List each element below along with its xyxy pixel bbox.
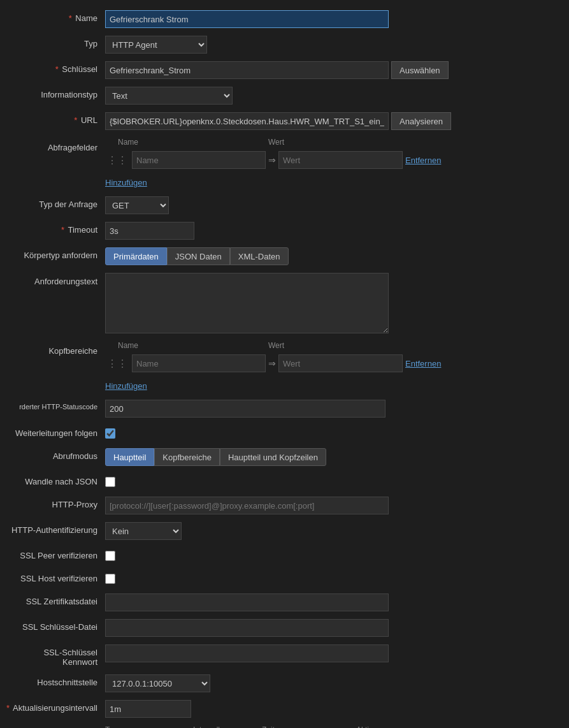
- weiterleitungen-label: Weiterleitungen folgen: [6, 425, 105, 438]
- http-status-content: [105, 400, 563, 418]
- timeout-input[interactable]: [105, 222, 194, 240]
- name-row: * Name: [0, 6, 569, 32]
- aktualisierung-input[interactable]: [105, 700, 191, 718]
- http-status-row: rderter HTTP-Statuscode: [0, 396, 569, 421]
- hostschnittstelle-select[interactable]: 127.0.0.1:10050 0.0.0.0:10050: [105, 674, 210, 692]
- nutzerdefined-label: nutzerdefinierte Intervalle: [6, 725, 105, 728]
- ssl-kennwort-content: [105, 644, 563, 662]
- aktualisierung-content: [105, 700, 563, 718]
- hauptteil-button[interactable]: Hauptteil: [105, 448, 154, 466]
- auth-content: Kein Basic Digest Bearer: [105, 522, 563, 540]
- hostschnittstelle-row: Hostschnittstelle 127.0.0.1:10050 0.0.0.…: [0, 671, 569, 696]
- hauptteil-kopfzeilen-button[interactable]: Hauptteil und Kopfzeilen: [220, 448, 326, 466]
- abrufmodus-buttons: Hauptteil Kopfbereiche Hauptteil und Kop…: [105, 448, 326, 466]
- timeout-content: [105, 222, 563, 240]
- typ-content: HTTP Agent MQTT Modbus: [105, 36, 563, 54]
- proxy-row: HTTP-Proxy: [0, 493, 569, 518]
- ssl-schluessel-content: [105, 619, 563, 637]
- kopf-arrow-icon: ⇒: [268, 358, 276, 368]
- abfragefelder-row: Abfragefelder Name Wert ⋮⋮ ⇒ Entfernen H…: [0, 134, 569, 193]
- kopfbereiche-hinzufuegen-button[interactable]: Hinzufügen: [105, 380, 147, 392]
- kopffeld-name-input[interactable]: [132, 354, 266, 372]
- ssl-zertifikat-row: SSL Zertifikatsdatei: [0, 590, 569, 615]
- kopfbereiche-row: Kopfbereiche Name Wert ⋮⋮ ⇒ Entfernen Hi…: [0, 337, 569, 396]
- schluessel-label: * Schlüssel: [6, 61, 105, 74]
- primaerdaten-button[interactable]: Primärdaten: [105, 247, 167, 265]
- auth-label: HTTP-Authentifizierung: [6, 522, 105, 535]
- abrufmodus-label: Abrufmodus: [6, 448, 105, 461]
- weiterleitungen-row: Weiterleitungen folgen: [0, 421, 569, 444]
- body-type-buttons: Primärdaten JSON Daten XML-Daten: [105, 247, 289, 265]
- xml-daten-button[interactable]: XML-Daten: [230, 247, 289, 265]
- typ-select[interactable]: HTTP Agent MQTT Modbus: [105, 36, 207, 54]
- informationstyp-select[interactable]: Text Number Boolean: [105, 87, 233, 105]
- nutzerdefined-col-headers: Typ Intervall Zeitraum Aktion: [105, 725, 394, 728]
- abfragefeld-value-input[interactable]: [278, 151, 403, 169]
- kopffeld-entfernen-button[interactable]: Entfernen: [405, 358, 441, 370]
- proxy-label: HTTP-Proxy: [6, 497, 105, 509]
- drag-handle-icon[interactable]: ⋮⋮: [105, 154, 129, 166]
- wandle-checkbox[interactable]: [105, 477, 115, 487]
- abfragefelder-content: Name Wert ⋮⋮ ⇒ Entfernen Hinzufügen: [105, 138, 563, 189]
- json-daten-button[interactable]: JSON Daten: [167, 247, 230, 265]
- kopfbereiche-field-row: ⋮⋮ ⇒ Entfernen: [105, 354, 441, 372]
- arrow-icon: ⇒: [268, 155, 276, 165]
- abfragefeld-entfernen-button[interactable]: Entfernen: [405, 154, 441, 166]
- ssl-peer-row: SSL Peer verifizieren: [0, 544, 569, 567]
- ssl-host-label: SSL Host verifizieren: [6, 571, 105, 583]
- typ-anfrage-label: Typ der Anfrage: [6, 196, 105, 209]
- weiterleitungen-checkbox[interactable]: [105, 428, 115, 439]
- schluessel-input[interactable]: [105, 61, 389, 79]
- ssl-schluessel-label: SSL Schlüssel-Datei: [6, 619, 105, 632]
- kopffeld-value-input[interactable]: [278, 354, 403, 372]
- proxy-input[interactable]: [105, 497, 389, 514]
- name-label: * Name: [6, 10, 105, 23]
- kopfbereiche-content: Name Wert ⋮⋮ ⇒ Entfernen Hinzufügen: [105, 341, 563, 392]
- url-label: * URL: [6, 112, 105, 125]
- ssl-kennwort-input[interactable]: [105, 644, 389, 662]
- ssl-peer-label: SSL Peer verifizieren: [6, 548, 105, 560]
- http-status-label: rderter HTTP-Statuscode: [6, 400, 105, 411]
- ssl-zertifikat-input[interactable]: [105, 593, 389, 611]
- typ-anfrage-select[interactable]: GET POST PUT DELETE PATCH: [105, 196, 169, 214]
- kopf-drag-handle-icon[interactable]: ⋮⋮: [105, 358, 129, 370]
- ssl-host-checkbox[interactable]: [105, 574, 115, 584]
- typ-label: Typ: [6, 36, 105, 48]
- typ-anfrage-row: Typ der Anfrage GET POST PUT DELETE PATC…: [0, 193, 569, 218]
- abfragefelder-hinzufuegen-button[interactable]: Hinzufügen: [105, 177, 147, 189]
- anforderungstext-textarea[interactable]: [105, 273, 389, 333]
- weiterleitungen-content: [105, 425, 563, 439]
- koerpertyp-content: Primärdaten JSON Daten XML-Daten: [105, 247, 563, 265]
- auth-select[interactable]: Kein Basic Digest Bearer: [105, 522, 182, 540]
- ssl-host-row: SSL Host verifizieren: [0, 567, 569, 590]
- ssl-schluessel-input[interactable]: [105, 619, 389, 637]
- hostschnittstelle-content: 127.0.0.1:10050 0.0.0.0:10050: [105, 674, 563, 692]
- abfragefelder-label: Abfragefelder: [6, 138, 105, 152]
- weiterleitungen-checkbox-container: [105, 425, 115, 439]
- name-content: [105, 10, 563, 28]
- typ-row: Typ HTTP Agent MQTT Modbus: [0, 32, 569, 57]
- form-container: * Name Typ HTTP Agent MQTT Modbus * Schl…: [0, 0, 569, 728]
- ssl-peer-checkbox[interactable]: [105, 551, 115, 561]
- hostschnittstelle-label: Hostschnittstelle: [6, 674, 105, 687]
- abfragefeld-name-input[interactable]: [132, 151, 266, 169]
- wandle-label: Wandle nach JSON: [6, 474, 105, 486]
- aktualisierung-row: * Aktualisierungsintervall: [0, 696, 569, 722]
- name-input[interactable]: [105, 10, 389, 28]
- url-input[interactable]: [105, 112, 389, 130]
- timeout-label: * Timeout: [6, 222, 105, 235]
- http-status-input[interactable]: [105, 400, 385, 418]
- kopfbereiche-abruf-button[interactable]: Kopfbereiche: [154, 448, 220, 466]
- anforderungstext-row: Anforderungstext: [0, 269, 569, 337]
- informationstyp-row: Informationstyp Text Number Boolean: [0, 83, 569, 108]
- anforderungstext-label: Anforderungstext: [6, 273, 105, 286]
- nutzerdefined-row: nutzerdefinierte Intervalle Typ Interval…: [0, 722, 569, 728]
- auswählen-button[interactable]: Auswählen: [391, 61, 449, 79]
- abfragefelder-field-row: ⋮⋮ ⇒ Entfernen: [105, 151, 441, 169]
- koerpertyp-row: Körpertyp anfordern Primärdaten JSON Dat…: [0, 244, 569, 269]
- analysieren-button[interactable]: Analysieren: [391, 112, 451, 130]
- ssl-host-checkbox-container: [105, 571, 115, 584]
- nutzerdefined-content: Typ Intervall Zeitraum Aktion Beliebig P…: [105, 725, 563, 728]
- anforderungstext-content: [105, 273, 563, 333]
- ssl-zertifikat-content: [105, 593, 563, 611]
